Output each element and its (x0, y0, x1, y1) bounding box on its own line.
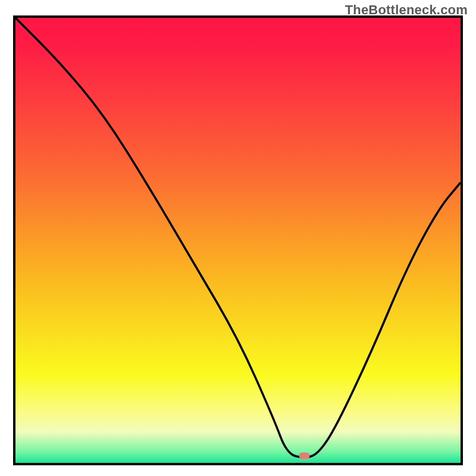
curve-line (15, 18, 461, 458)
plot-area (13, 15, 463, 465)
optimum-marker (299, 453, 310, 459)
bottleneck-curve (15, 18, 461, 463)
chart-frame: TheBottleneck.com (0, 0, 476, 476)
